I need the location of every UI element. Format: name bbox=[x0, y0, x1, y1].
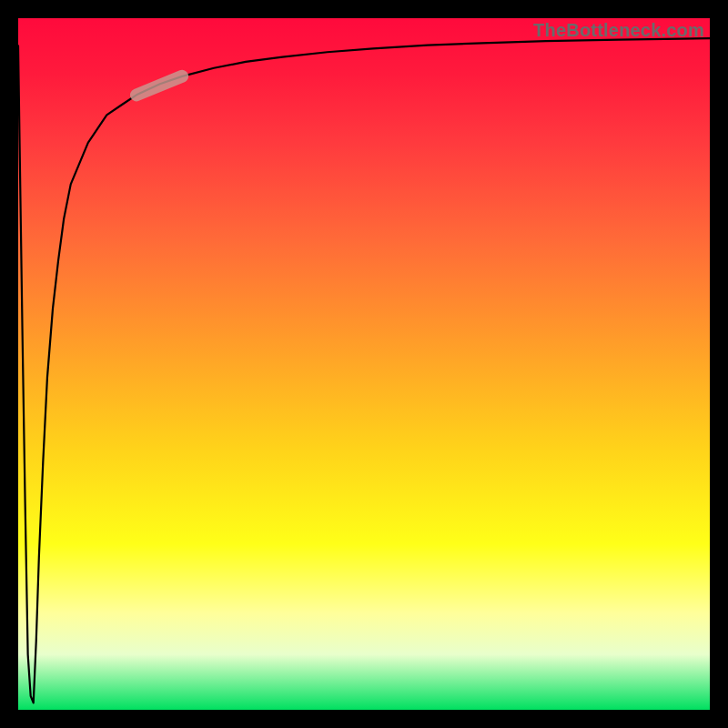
chart-frame: TheBottleneck.com bbox=[0, 0, 728, 728]
plot-area: TheBottleneck.com bbox=[18, 18, 710, 710]
bottleneck-curve bbox=[18, 38, 710, 703]
curve-marker bbox=[136, 76, 182, 96]
attribution-label: TheBottleneck.com bbox=[533, 20, 704, 41]
curve-layer bbox=[18, 18, 710, 710]
